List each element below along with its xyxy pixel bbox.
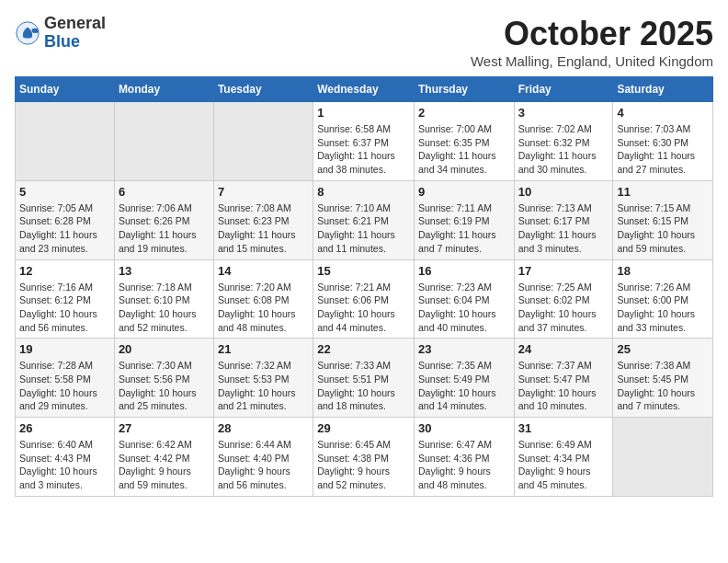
day-number: 8 (317, 185, 410, 199)
day-info: Sunrise: 7:37 AM Sunset: 5:47 PM Dayligh… (518, 359, 609, 413)
day-number: 22 (317, 342, 410, 356)
day-info: Sunrise: 7:05 AM Sunset: 6:28 PM Dayligh… (19, 201, 110, 256)
day-info: Sunrise: 7:21 AM Sunset: 6:06 PM Dayligh… (317, 281, 410, 335)
day-info: Sunrise: 7:32 AM Sunset: 5:53 PM Dayligh… (218, 359, 309, 413)
page-header: General Blue October 2025 West Malling, … (15, 15, 713, 69)
calendar-table: SundayMondayTuesdayWednesdayThursdayFrid… (15, 76, 713, 497)
day-number: 14 (218, 264, 309, 278)
week-row-2: 12Sunrise: 7:16 AM Sunset: 6:12 PM Dayli… (16, 259, 713, 339)
week-row-4: 26Sunrise: 6:40 AM Sunset: 4:43 PM Dayli… (16, 418, 713, 497)
day-info: Sunrise: 6:40 AM Sunset: 4:43 PM Dayligh… (19, 438, 110, 492)
day-info: Sunrise: 7:13 AM Sunset: 6:17 PM Dayligh… (518, 201, 609, 256)
table-row: 16Sunrise: 7:23 AM Sunset: 6:04 PM Dayli… (414, 259, 514, 339)
header-cell-wednesday: Wednesday (313, 77, 415, 102)
table-row: 24Sunrise: 7:37 AM Sunset: 5:47 PM Dayli… (514, 339, 613, 418)
table-row: 1Sunrise: 6:58 AM Sunset: 6:37 PM Daylig… (313, 102, 415, 181)
table-row: 25Sunrise: 7:38 AM Sunset: 5:45 PM Dayli… (613, 339, 713, 418)
day-info: Sunrise: 7:25 AM Sunset: 6:02 PM Dayligh… (518, 281, 609, 335)
day-info: Sunrise: 7:06 AM Sunset: 6:26 PM Dayligh… (119, 201, 210, 256)
day-info: Sunrise: 7:35 AM Sunset: 5:49 PM Dayligh… (418, 359, 510, 413)
day-info: Sunrise: 7:03 AM Sunset: 6:30 PM Dayligh… (617, 122, 709, 177)
day-info: Sunrise: 7:02 AM Sunset: 6:32 PM Dayligh… (518, 122, 609, 177)
day-info: Sunrise: 7:18 AM Sunset: 6:10 PM Dayligh… (119, 281, 210, 335)
table-row: 19Sunrise: 7:28 AM Sunset: 5:58 PM Dayli… (16, 339, 115, 418)
table-row: 20Sunrise: 7:30 AM Sunset: 5:56 PM Dayli… (114, 339, 213, 418)
day-number: 29 (317, 421, 410, 435)
day-number: 4 (617, 106, 709, 120)
header-cell-sunday: Sunday (16, 77, 115, 102)
table-row: 22Sunrise: 7:33 AM Sunset: 5:51 PM Dayli… (313, 339, 415, 418)
table-row: 29Sunrise: 6:45 AM Sunset: 4:38 PM Dayli… (313, 418, 415, 497)
day-number: 23 (418, 342, 510, 356)
day-info: Sunrise: 7:28 AM Sunset: 5:58 PM Dayligh… (19, 359, 110, 413)
day-number: 12 (19, 264, 110, 278)
day-info: Sunrise: 7:38 AM Sunset: 5:45 PM Dayligh… (617, 359, 709, 413)
day-number: 15 (317, 264, 410, 278)
logo-general: General (44, 15, 106, 33)
day-number: 17 (518, 264, 609, 278)
table-row: 15Sunrise: 7:21 AM Sunset: 6:06 PM Dayli… (313, 259, 415, 339)
week-row-3: 19Sunrise: 7:28 AM Sunset: 5:58 PM Dayli… (16, 339, 713, 418)
header-cell-saturday: Saturday (613, 77, 713, 102)
day-info: Sunrise: 7:08 AM Sunset: 6:23 PM Dayligh… (218, 201, 309, 256)
day-info: Sunrise: 6:47 AM Sunset: 4:36 PM Dayligh… (418, 438, 510, 492)
day-number: 6 (119, 185, 210, 199)
header-cell-monday: Monday (114, 77, 213, 102)
week-row-1: 5Sunrise: 7:05 AM Sunset: 6:28 PM Daylig… (16, 180, 713, 259)
day-info: Sunrise: 6:45 AM Sunset: 4:38 PM Dayligh… (317, 438, 410, 492)
day-info: Sunrise: 7:16 AM Sunset: 6:12 PM Dayligh… (19, 281, 110, 335)
table-row: 11Sunrise: 7:15 AM Sunset: 6:15 PM Dayli… (613, 180, 713, 259)
day-info: Sunrise: 6:44 AM Sunset: 4:40 PM Dayligh… (218, 438, 309, 492)
table-row: 5Sunrise: 7:05 AM Sunset: 6:28 PM Daylig… (16, 180, 115, 259)
day-number: 2 (418, 106, 510, 120)
table-row: 27Sunrise: 6:42 AM Sunset: 4:42 PM Dayli… (114, 418, 213, 497)
day-info: Sunrise: 7:15 AM Sunset: 6:15 PM Dayligh… (617, 201, 709, 256)
day-number: 26 (19, 421, 110, 435)
table-row: 26Sunrise: 6:40 AM Sunset: 4:43 PM Dayli… (16, 418, 115, 497)
day-number: 27 (119, 421, 210, 435)
logo-blue: Blue (44, 33, 106, 52)
table-row: 13Sunrise: 7:18 AM Sunset: 6:10 PM Dayli… (114, 259, 213, 339)
day-number: 31 (518, 421, 609, 435)
day-info: Sunrise: 6:42 AM Sunset: 4:42 PM Dayligh… (119, 438, 210, 492)
table-row: 6Sunrise: 7:06 AM Sunset: 6:26 PM Daylig… (114, 180, 213, 259)
day-info: Sunrise: 7:33 AM Sunset: 5:51 PM Dayligh… (317, 359, 410, 413)
day-info: Sunrise: 6:49 AM Sunset: 4:34 PM Dayligh… (518, 438, 609, 492)
table-row: 9Sunrise: 7:11 AM Sunset: 6:19 PM Daylig… (414, 180, 514, 259)
day-info: Sunrise: 7:10 AM Sunset: 6:21 PM Dayligh… (317, 201, 410, 256)
day-number: 10 (518, 185, 609, 199)
day-info: Sunrise: 7:30 AM Sunset: 5:56 PM Dayligh… (119, 359, 210, 413)
table-row: 18Sunrise: 7:26 AM Sunset: 6:00 PM Dayli… (613, 259, 713, 339)
table-row: 31Sunrise: 6:49 AM Sunset: 4:34 PM Dayli… (514, 418, 613, 497)
location: West Malling, England, United Kingdom (471, 53, 713, 69)
table-row: 2Sunrise: 7:00 AM Sunset: 6:35 PM Daylig… (414, 102, 514, 181)
logo: General Blue (15, 15, 106, 52)
month-title: October 2025 (471, 15, 713, 53)
day-number: 7 (218, 185, 309, 199)
day-number: 30 (418, 421, 510, 435)
day-number: 9 (418, 185, 510, 199)
header-cell-tuesday: Tuesday (213, 77, 313, 102)
day-number: 16 (418, 264, 510, 278)
table-row: 3Sunrise: 7:02 AM Sunset: 6:32 PM Daylig… (514, 102, 613, 181)
table-row: 4Sunrise: 7:03 AM Sunset: 6:30 PM Daylig… (613, 102, 713, 181)
day-info: Sunrise: 7:20 AM Sunset: 6:08 PM Dayligh… (218, 281, 309, 335)
table-row: 17Sunrise: 7:25 AM Sunset: 6:02 PM Dayli… (514, 259, 613, 339)
table-row: 12Sunrise: 7:16 AM Sunset: 6:12 PM Dayli… (16, 259, 115, 339)
day-number: 18 (617, 264, 709, 278)
day-number: 21 (218, 342, 309, 356)
table-row (16, 102, 115, 181)
day-number: 24 (518, 342, 609, 356)
day-info: Sunrise: 7:26 AM Sunset: 6:00 PM Dayligh… (617, 281, 709, 335)
table-row: 8Sunrise: 7:10 AM Sunset: 6:21 PM Daylig… (313, 180, 415, 259)
table-row: 28Sunrise: 6:44 AM Sunset: 4:40 PM Dayli… (213, 418, 313, 497)
logo-text: General Blue (44, 15, 106, 52)
title-area: October 2025 West Malling, England, Unit… (471, 15, 713, 69)
table-row (613, 418, 713, 497)
table-row: 14Sunrise: 7:20 AM Sunset: 6:08 PM Dayli… (213, 259, 313, 339)
header-cell-friday: Friday (514, 77, 613, 102)
calendar-header: SundayMondayTuesdayWednesdayThursdayFrid… (16, 77, 713, 102)
day-number: 5 (19, 185, 110, 199)
table-row: 21Sunrise: 7:32 AM Sunset: 5:53 PM Dayli… (213, 339, 313, 418)
day-number: 1 (317, 106, 410, 120)
